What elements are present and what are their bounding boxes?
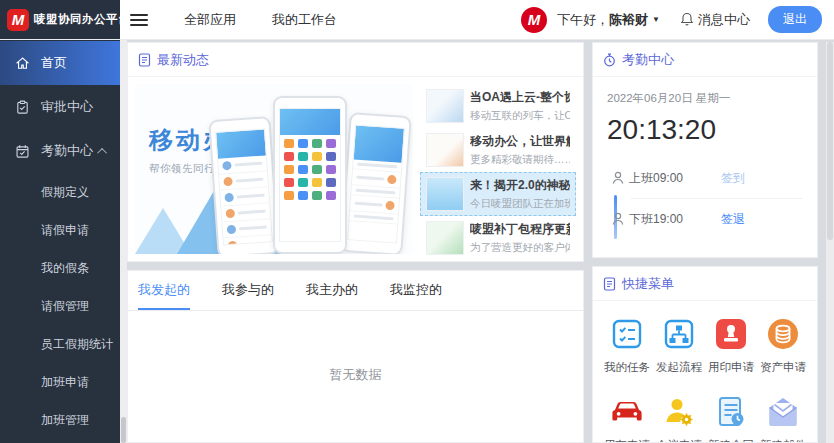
news-desc: 更多精彩敬请期待…… [470,153,570,167]
sidebar-item-label: 考勤中心 [41,142,93,160]
tab-initiated-by-me[interactable]: 我发起的 [138,271,190,310]
news-item[interactable]: 当OA遇上云-整个协同OA 移动互联的列车，让OA与云 [420,84,576,128]
chevron-up-icon [97,147,107,157]
flowchart-icon [662,317,696,351]
document-icon [603,277,616,291]
quick-menu-panel: 快捷菜单 我的任务 发起流程 用印申请 [592,266,818,443]
tab-monitored-by-me[interactable]: 我监控的 [390,271,442,310]
news-item[interactable]: 移动办公，让世界触手可 更多精彩敬请期待…… [420,128,576,172]
news-desc: 今日唛盟团队正在加班加点， [470,197,570,211]
quick-item-label: 新建合同 [708,438,754,443]
car-icon [610,395,644,429]
checkin-link[interactable]: 签到 [721,170,745,187]
home-icon [15,56,30,71]
quick-menu-grid: 我的任务 发起流程 用印申请 资产申请 [593,301,817,443]
phone-mockup [208,116,279,254]
left-column: 最新动态 移动办公 帮你领先同行 把工作带出办公室 [127,42,584,443]
bell-icon[interactable] [680,12,694,27]
quick-item-label: 我的任务 [604,360,650,375]
sidebar-item-label: 审批中心 [41,98,93,116]
attendance-body: 2022年06月20日 星期一 20:13:20 上班09:00 签到 下班19… [593,77,817,257]
sidebar-subitem-employee-leave-stats[interactable]: 员工假期统计 [0,325,120,363]
attendance-header: 考勤中心 [593,43,817,77]
quick-item-my-tasks[interactable]: 我的任务 [601,317,653,375]
sidebar-subitem-my-leave-slips[interactable]: 我的假条 [0,249,120,287]
sidebar-subitem-overtime-management[interactable]: 加班管理 [0,401,120,439]
meeting-person-icon [662,395,696,429]
my-tasks-panel: 我发起的 我参与的 我主办的 我监控的 暂无数据 [127,270,584,443]
hamburger-menu-icon[interactable] [130,11,148,29]
mail-icon [766,395,800,429]
news-item[interactable]: 唛盟补丁包程序更新 为了营造更好的客户体验，唛 [420,216,576,260]
news-desc: 移动互联的列车，让OA与云 [470,109,570,123]
header-right: M 下午好，陈裕财 ▼ 消息中心 退出 [521,6,834,33]
mobile-office-banner[interactable]: 移动办公 帮你领先同行 把工作带出办公室 [135,84,413,254]
quick-menu-header: 快捷菜单 [593,267,817,301]
message-center-link[interactable]: 消息中心 [698,11,750,29]
latest-news-title: 最新动态 [157,51,209,69]
user-greeting[interactable]: 下午好，陈裕财 [557,11,648,29]
phone-mockup [273,96,347,254]
sidebar-item-approval-center[interactable]: 审批中心 [0,85,120,129]
quick-item-meeting-request[interactable]: 会议申请 [653,395,705,443]
main-content: 最新动态 移动办公 帮你领先同行 把工作带出办公室 [127,40,834,443]
quick-item-new-mail[interactable]: 新建邮件 [757,395,809,443]
app-root: M 唛盟协同办公平台 全部应用 我的工作台 M 下午好，陈裕财 ▼ 消息中心 退… [0,0,834,443]
sidebar-item-attendance-center[interactable]: 考勤中心 [0,129,120,173]
sidebar-subitem-leave-management[interactable]: 请假管理 [0,287,120,325]
app-title: 唛盟协同办公平台 [34,12,130,27]
news-title: 来！揭开2.0的神秘面纱- [470,177,570,194]
tab-hosted-by-me[interactable]: 我主办的 [306,271,358,310]
news-list: 当OA遇上云-整个协同OA 移动互联的列车，让OA与云 移动办公，让世界触手可 … [420,84,576,254]
logout-button[interactable]: 退出 [768,6,822,33]
quick-item-new-contract[interactable]: 新建合同 [705,395,757,443]
sidebar-subitem-leave-request[interactable]: 请假申请 [0,211,120,249]
quick-item-vehicle-request[interactable]: 用车申请 [601,395,653,443]
asset-database-icon [766,317,800,351]
quick-item-start-process[interactable]: 发起流程 [653,317,705,375]
stopwatch-icon [603,53,616,67]
news-desc: 为了营造更好的客户体验，唛 [470,241,570,255]
empty-state-text: 暂无数据 [128,311,583,384]
news-thumbnail [426,133,464,167]
contract-icon [714,395,748,429]
nav-all-apps[interactable]: 全部应用 [184,11,236,29]
news-item-active[interactable]: 来！揭开2.0的神秘面纱- 今日唛盟团队正在加班加点， [420,172,576,216]
sidebar-scrollbar-thumb[interactable] [121,417,126,443]
chevron-down-icon[interactable]: ▼ [652,15,660,24]
quick-item-seal-request[interactable]: 用印申请 [705,317,757,375]
news-thumbnail [426,89,464,123]
attendance-title: 考勤中心 [622,51,674,69]
latest-news-panel: 最新动态 移动办公 帮你领先同行 把工作带出办公室 [127,42,584,262]
person-icon [607,170,629,186]
brand: M 唛盟协同办公平台 [0,0,120,39]
nav-my-workbench[interactable]: 我的工作台 [272,11,337,29]
user-avatar[interactable]: M [521,7,547,33]
news-body: 移动办公 帮你领先同行 把工作带出办公室 [128,77,583,261]
greeting-text: 下午好， [557,12,609,27]
news-title: 当OA遇上云-整个协同OA [470,89,570,106]
sidebar-subitem-holiday-definition[interactable]: 假期定义 [0,173,120,211]
quick-item-label: 发起流程 [656,360,702,375]
news-title: 移动办公，让世界触手可 [470,133,570,150]
calendar-icon [15,144,30,159]
news-thumbnail [426,221,464,255]
tab-participated-by-me[interactable]: 我参与的 [222,271,274,310]
quick-item-asset-request[interactable]: 资产申请 [757,317,809,375]
checkout-link[interactable]: 签退 [721,211,745,228]
brand-logo-icon: M [7,9,29,31]
sidebar: 首页 审批中心 考勤中心 假期定义 请假申请 我的假条 请假管理 员工假期统计 … [0,40,120,443]
attendance-clock: 20:13:20 [607,114,803,146]
task-list-icon [610,317,644,351]
sidebar-scrollbar[interactable] [120,40,127,443]
clipboard-icon [15,100,30,115]
page-scrollbar-thumb[interactable] [827,42,833,240]
quick-item-label: 会议申请 [656,438,702,443]
task-tabbar: 我发起的 我参与的 我主办的 我监控的 [128,271,583,311]
checkout-label: 下班19:00 [629,211,683,228]
sidebar-subitem-overtime-request[interactable]: 加班申请 [0,363,120,401]
sidebar-item-home[interactable]: 首页 [0,41,120,85]
attendance-date: 2022年06月20日 星期一 [607,91,803,106]
person-icon [607,211,629,227]
page-scrollbar[interactable] [826,42,834,443]
